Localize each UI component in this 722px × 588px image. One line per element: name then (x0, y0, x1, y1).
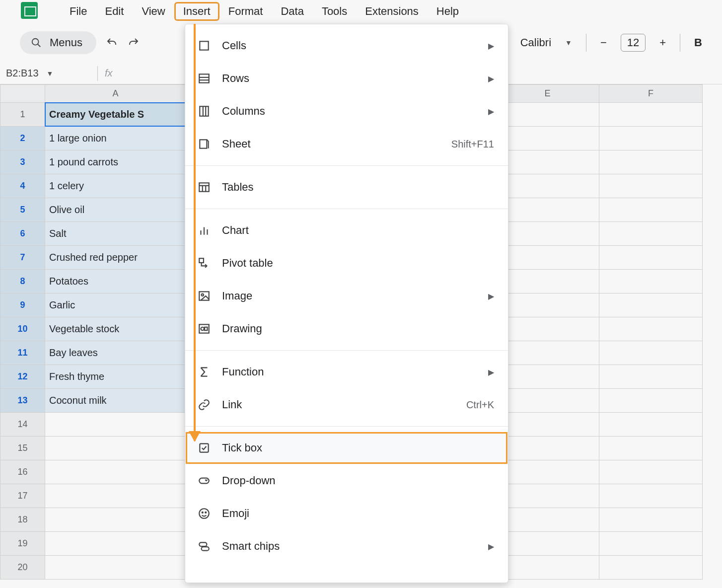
cell[interactable] (45, 556, 186, 580)
font-name[interactable]: Calibri (520, 36, 551, 49)
menu-format[interactable]: Format (219, 2, 272, 21)
cell[interactable] (496, 294, 599, 317)
cell[interactable] (599, 437, 703, 460)
cell[interactable] (45, 437, 186, 460)
cell[interactable]: 1 large onion (45, 127, 186, 150)
redo-icon[interactable] (127, 36, 140, 49)
cell[interactable] (45, 460, 186, 484)
insert-sheet[interactable]: SheetShift+F11 (185, 128, 508, 160)
cell[interactable]: Potatoes (45, 270, 186, 294)
column-header[interactable]: A (45, 85, 186, 103)
cell[interactable] (599, 532, 703, 556)
row-header[interactable]: 4 (0, 174, 45, 198)
insert-tick-box[interactable]: Tick box (185, 432, 508, 464)
cell[interactable] (496, 532, 599, 556)
cell[interactable]: Crushed red pepper (45, 246, 186, 270)
cell[interactable] (599, 556, 703, 580)
insert-drop-down[interactable]: Drop-down (185, 464, 508, 497)
cell[interactable]: Bay leaves (45, 341, 186, 365)
cell[interactable] (599, 413, 703, 437)
cell[interactable] (496, 246, 599, 270)
cell[interactable] (496, 413, 599, 437)
cell[interactable] (599, 103, 703, 127)
menus-search[interactable]: Menus (20, 31, 96, 54)
insert-pivot-table[interactable]: Pivot table (185, 247, 508, 280)
row-header[interactable]: 5 (0, 198, 45, 222)
cell[interactable] (599, 484, 703, 508)
menu-view[interactable]: View (133, 2, 174, 21)
cell[interactable] (599, 270, 703, 294)
row-header[interactable]: 3 (0, 150, 45, 174)
row-header[interactable]: 2 (0, 127, 45, 150)
cell[interactable] (496, 174, 599, 198)
row-header[interactable]: 8 (0, 270, 45, 294)
font-size-increase[interactable]: + (659, 36, 666, 49)
cell[interactable] (496, 556, 599, 580)
cell[interactable]: Coconut milk (45, 389, 186, 413)
font-size-value[interactable]: 12 (621, 34, 646, 52)
cell[interactable] (599, 127, 703, 150)
row-header[interactable]: 17 (0, 484, 45, 508)
cell[interactable] (45, 532, 186, 556)
cell[interactable] (599, 317, 703, 341)
row-header[interactable]: 11 (0, 341, 45, 365)
insert-image[interactable]: Image▶ (185, 280, 508, 312)
menu-tools[interactable]: Tools (313, 2, 356, 21)
cell[interactable] (496, 222, 599, 246)
cell[interactable]: Creamy Vegetable S (45, 103, 186, 127)
cell[interactable] (599, 246, 703, 270)
row-header[interactable]: 9 (0, 294, 45, 317)
cell[interactable] (496, 317, 599, 341)
insert-drawing[interactable]: Drawing (185, 312, 508, 345)
cell[interactable] (496, 460, 599, 484)
insert-rows[interactable]: Rows▶ (185, 62, 508, 95)
menu-data[interactable]: Data (272, 2, 312, 21)
cell[interactable] (496, 198, 599, 222)
undo-icon[interactable] (105, 36, 118, 49)
cell[interactable]: Vegetable stock (45, 317, 186, 341)
row-header[interactable]: 20 (0, 556, 45, 580)
cell[interactable] (599, 508, 703, 532)
cell[interactable] (45, 413, 186, 437)
insert-function[interactable]: Function▶ (185, 356, 508, 388)
cell[interactable]: Fresh thyme (45, 365, 186, 389)
bold-button[interactable]: B (694, 36, 702, 49)
name-box[interactable]: B2:B13 ▼ (6, 68, 90, 79)
cell[interactable]: Olive oil (45, 198, 186, 222)
cell[interactable] (599, 198, 703, 222)
cell[interactable] (599, 341, 703, 365)
menu-file[interactable]: File (61, 2, 96, 21)
insert-cells[interactable]: Cells▶ (185, 29, 508, 62)
column-header[interactable]: E (496, 85, 599, 103)
cell[interactable]: 1 pound carrots (45, 150, 186, 174)
cell[interactable] (599, 460, 703, 484)
menu-extensions[interactable]: Extensions (356, 2, 428, 21)
cell[interactable] (45, 484, 186, 508)
insert-columns[interactable]: Columns▶ (185, 95, 508, 128)
cell[interactable]: Garlic (45, 294, 186, 317)
menu-edit[interactable]: Edit (96, 2, 133, 21)
cell[interactable] (45, 508, 186, 532)
row-header[interactable]: 6 (0, 222, 45, 246)
cell[interactable] (599, 294, 703, 317)
insert-emoji[interactable]: Emoji (185, 497, 508, 530)
row-header[interactable]: 13 (0, 389, 45, 413)
cell[interactable] (599, 150, 703, 174)
row-header[interactable]: 10 (0, 317, 45, 341)
font-name-caret-icon[interactable]: ▼ (565, 39, 572, 47)
insert-chart[interactable]: Chart (185, 214, 508, 247)
row-header[interactable]: 15 (0, 437, 45, 460)
font-size-decrease[interactable]: − (600, 36, 607, 49)
cell[interactable] (496, 484, 599, 508)
insert-link[interactable]: LinkCtrl+K (185, 388, 508, 421)
row-header[interactable]: 7 (0, 246, 45, 270)
menu-insert[interactable]: Insert (174, 2, 219, 21)
column-header[interactable]: F (599, 85, 703, 103)
insert-smart-chips[interactable]: Smart chips▶ (185, 530, 508, 563)
row-header[interactable]: 14 (0, 413, 45, 437)
cell[interactable] (496, 389, 599, 413)
cell[interactable] (599, 222, 703, 246)
menu-help[interactable]: Help (428, 2, 468, 21)
row-header[interactable]: 16 (0, 460, 45, 484)
cell[interactable] (496, 365, 599, 389)
